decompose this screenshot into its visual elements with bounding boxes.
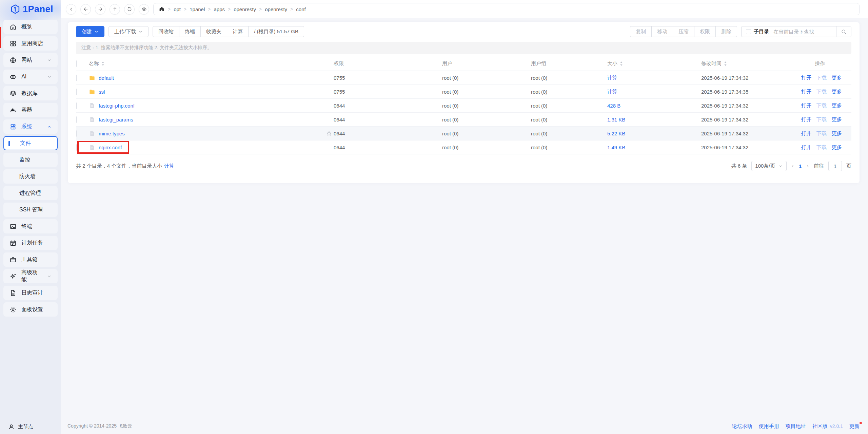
current-path-info[interactable]: / (根目录) 51.57 GB bbox=[248, 26, 304, 37]
sidebar-item-system[interactable]: 系统 bbox=[3, 119, 58, 134]
row-action-打开[interactable]: 打开 bbox=[801, 144, 811, 151]
upload-download-button[interactable]: 上传/下载 bbox=[108, 26, 149, 37]
sidebar-item-logs[interactable]: 日志审计 bbox=[3, 286, 58, 300]
row-action-更多[interactable]: 更多 bbox=[832, 130, 842, 137]
sidebar-item-database[interactable]: 数据库 bbox=[3, 86, 58, 100]
page-size-select[interactable]: 100条/页 bbox=[751, 161, 787, 171]
sidebar-item-advanced[interactable]: 高级功能 bbox=[3, 269, 58, 283]
logo[interactable]: 1Panel bbox=[0, 0, 61, 18]
file-name-link[interactable]: nginx.conf bbox=[99, 145, 122, 150]
sidebar-item-ai[interactable]: AI bbox=[3, 70, 58, 84]
row-action-更多[interactable]: 更多 bbox=[832, 144, 842, 151]
size-link[interactable]: 计算 bbox=[607, 89, 617, 94]
file-name-link[interactable]: ssl bbox=[99, 89, 105, 95]
size-link[interactable]: 1.31 KB bbox=[607, 117, 625, 122]
quick-action-回收站[interactable]: 回收站 bbox=[153, 26, 179, 37]
select-all-checkbox[interactable] bbox=[76, 60, 77, 67]
breadcrumb-segment[interactable]: openresty bbox=[265, 6, 287, 12]
row-checkbox[interactable] bbox=[76, 144, 77, 151]
master-node[interactable]: 主节点 bbox=[0, 423, 41, 430]
sidebar-item-cronjob[interactable]: 计划任务 bbox=[3, 236, 58, 250]
breadcrumb-segment[interactable]: opt bbox=[174, 6, 181, 12]
footer-link-使用手册[interactable]: 使用手册 bbox=[759, 423, 779, 430]
sidebar-item-overview[interactable]: 概览 bbox=[3, 20, 58, 34]
row-action-更多[interactable]: 更多 bbox=[832, 89, 842, 95]
row-action-更多[interactable]: 更多 bbox=[832, 116, 842, 123]
footer-link-项目地址[interactable]: 项目地址 bbox=[786, 423, 806, 430]
quick-action-计算[interactable]: 计算 bbox=[227, 26, 248, 37]
size-link[interactable]: 428 B bbox=[607, 103, 620, 109]
sidebar-item-terminal[interactable]: 终端 bbox=[3, 219, 58, 233]
column-header-mtime[interactable]: 修改时间 bbox=[701, 60, 801, 67]
row-action-更多[interactable]: 更多 bbox=[832, 102, 842, 109]
refresh-button[interactable] bbox=[124, 4, 135, 15]
row-checkbox[interactable] bbox=[76, 116, 77, 123]
breadcrumb-segment[interactable]: 1panel bbox=[190, 6, 205, 12]
quick-action-收藏夹[interactable]: 收藏夹 bbox=[200, 26, 227, 37]
favorite-star-icon[interactable] bbox=[326, 130, 332, 137]
sort-icon[interactable] bbox=[619, 61, 623, 67]
version-label[interactable]: v2.0.1 bbox=[830, 423, 843, 429]
file-name-link[interactable]: fastcgi-php.conf bbox=[99, 103, 135, 109]
up-directory-button[interactable] bbox=[110, 4, 120, 15]
footer-link-社区版[interactable]: 社区版 bbox=[812, 423, 828, 430]
row-action-下载[interactable]: 下载 bbox=[816, 116, 827, 123]
breadcrumb-segment[interactable]: apps bbox=[214, 6, 225, 12]
row-action-下载[interactable]: 下载 bbox=[816, 89, 827, 95]
row-action-更多[interactable]: 更多 bbox=[832, 75, 842, 81]
current-page[interactable]: 1 bbox=[799, 163, 802, 169]
row-action-下载[interactable]: 下载 bbox=[816, 144, 827, 151]
batch-action-压缩[interactable]: 压缩 bbox=[673, 26, 694, 37]
row-action-下载[interactable]: 下载 bbox=[816, 102, 827, 109]
row-action-打开[interactable]: 打开 bbox=[801, 89, 811, 95]
forward-button[interactable] bbox=[95, 4, 105, 15]
row-checkbox[interactable] bbox=[76, 102, 77, 109]
breadcrumb-segment[interactable]: conf bbox=[296, 6, 305, 12]
sidebar-item-toolbox[interactable]: 工具箱 bbox=[3, 252, 58, 267]
row-action-下载[interactable]: 下载 bbox=[816, 130, 827, 137]
quick-action-终端[interactable]: 终端 bbox=[179, 26, 200, 37]
subdir-toggle[interactable]: 子目录 bbox=[742, 29, 773, 35]
goto-page-input[interactable] bbox=[828, 161, 842, 171]
sidebar-subitem-process[interactable]: 进程管理 bbox=[3, 186, 58, 200]
sort-icon[interactable] bbox=[101, 61, 105, 67]
create-button[interactable]: 创建 bbox=[76, 26, 104, 37]
subdir-checkbox[interactable] bbox=[746, 29, 751, 34]
row-checkbox[interactable] bbox=[76, 130, 77, 137]
sidebar-item-appstore[interactable]: 应用商店 bbox=[3, 36, 58, 51]
sidebar-item-website[interactable]: 网站 bbox=[3, 53, 58, 67]
prev-page-button[interactable]: ‹ bbox=[791, 163, 794, 169]
next-page-button[interactable]: › bbox=[806, 163, 809, 169]
batch-action-权限[interactable]: 权限 bbox=[694, 26, 715, 37]
batch-action-删除[interactable]: 删除 bbox=[715, 26, 737, 37]
size-link[interactable]: 1.49 KB bbox=[607, 145, 625, 150]
search-button[interactable] bbox=[836, 26, 851, 37]
breadcrumb-segment[interactable]: openresty bbox=[234, 6, 256, 12]
sidebar-subitem-files[interactable]: 文件 bbox=[3, 136, 58, 150]
row-checkbox[interactable] bbox=[76, 75, 77, 81]
batch-action-复制[interactable]: 复制 bbox=[630, 26, 651, 37]
row-checkbox[interactable] bbox=[76, 89, 77, 95]
column-header-size[interactable]: 大小 bbox=[607, 60, 701, 67]
collapse-sidebar-button[interactable] bbox=[66, 4, 76, 15]
calculate-size-link[interactable]: 计算 bbox=[164, 163, 174, 169]
file-name-link[interactable]: default bbox=[99, 75, 114, 81]
toggle-hidden-files-button[interactable] bbox=[139, 4, 149, 15]
sidebar-item-settings[interactable]: 面板设置 bbox=[3, 302, 58, 317]
file-name-link[interactable]: fastcgi_params bbox=[99, 117, 133, 122]
sidebar-subitem-ssh[interactable]: SSH 管理 bbox=[3, 203, 58, 217]
footer-link-论坛求助[interactable]: 论坛求助 bbox=[732, 423, 752, 430]
file-name-link[interactable]: mime.types bbox=[99, 131, 125, 136]
sidebar-subitem-firewall[interactable]: 防火墙 bbox=[3, 169, 58, 184]
row-action-打开[interactable]: 打开 bbox=[801, 116, 811, 123]
update-link[interactable]: 更新 bbox=[849, 423, 860, 430]
column-header-name[interactable]: 名称 bbox=[89, 60, 334, 67]
sidebar-item-container[interactable]: 容器 bbox=[3, 103, 58, 117]
back-button[interactable] bbox=[80, 4, 91, 15]
row-action-下载[interactable]: 下载 bbox=[816, 75, 827, 81]
row-action-打开[interactable]: 打开 bbox=[801, 102, 811, 109]
size-link[interactable]: 计算 bbox=[607, 75, 617, 80]
sidebar-subitem-monitor[interactable]: 监控 bbox=[3, 153, 58, 167]
row-action-打开[interactable]: 打开 bbox=[801, 75, 811, 81]
search-input[interactable] bbox=[773, 26, 836, 37]
